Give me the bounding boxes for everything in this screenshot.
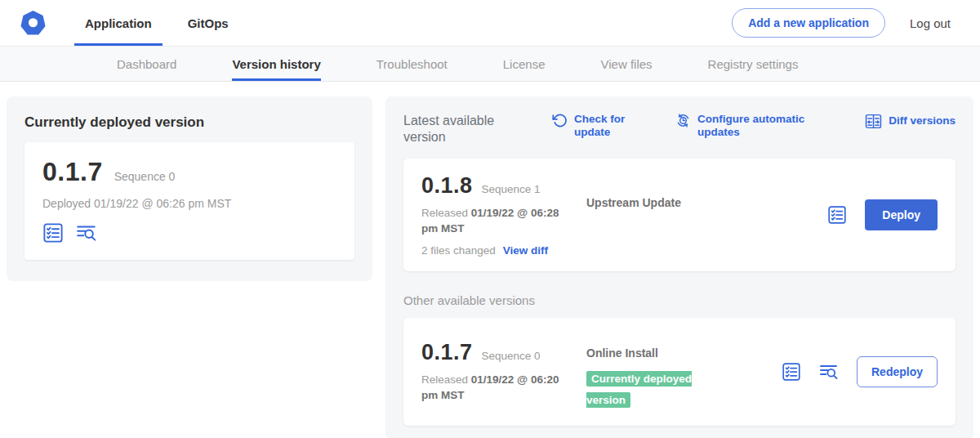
tab-license[interactable]: License: [503, 47, 546, 81]
currently-deployed-title: Currently deployed version: [24, 114, 354, 131]
version-card-middle: Upstream Update: [586, 173, 827, 257]
deploy-button[interactable]: Deploy: [865, 199, 938, 230]
config-checklist-icon[interactable]: [782, 362, 801, 382]
check-for-update-label: Check for update: [574, 113, 631, 140]
version-card-0-1-8: 0.1.8 Sequence 1 Released 01/19/22 @ 06:…: [403, 159, 956, 271]
sub-nav: Dashboard Version history Troubleshoot L…: [0, 47, 980, 82]
deployed-timestamp: Deployed 01/19/22 @ 06:26 pm MST: [42, 197, 336, 210]
released-prefix: Released: [421, 373, 468, 386]
admin-console-page: Application GitOps Add a new application…: [0, 0, 980, 438]
currently-deployed-panel: Currently deployed version 0.1.7 Sequenc…: [7, 96, 372, 281]
tab-version-history-label: Version history: [232, 57, 320, 71]
config-checklist-icon[interactable]: [42, 222, 64, 244]
tab-license-label: License: [503, 57, 546, 71]
app-logo-icon: [20, 10, 47, 37]
deployed-sequence: Sequence 0: [114, 170, 176, 183]
logout-link[interactable]: Log out: [910, 16, 951, 30]
add-new-application-button[interactable]: Add a new application: [732, 8, 885, 38]
diff-columns-icon: [865, 113, 882, 130]
version-card-middle: Online Install Currently deployed versio…: [586, 333, 782, 411]
version-sequence: Sequence 1: [482, 183, 541, 195]
released-timestamp: Released 01/19/22 @ 06:28 pm MST: [421, 206, 570, 237]
released-timestamp: Released 01/19/22 @ 06:20 pm MST: [421, 373, 570, 404]
diff-versions-link[interactable]: Diff versions: [865, 113, 956, 130]
latest-available-header: Latest available version Check for updat…: [399, 113, 960, 145]
deploy-logs-icon[interactable]: [819, 362, 839, 382]
version-source: Online Install: [586, 346, 658, 360]
version-card-actions: Deploy: [827, 199, 938, 230]
configure-automatic-updates-label: Configure automatic updates: [697, 113, 828, 140]
version-card-left: 0.1.8 Sequence 1 Released 01/19/22 @ 06:…: [421, 173, 586, 257]
currently-deployed-badge: Currently deployed version: [586, 371, 692, 408]
view-diff-link[interactable]: View diff: [503, 244, 548, 257]
deployed-version-card: 0.1.7 Sequence 0 Deployed 01/19/22 @ 06:…: [24, 142, 354, 260]
tab-registry-settings[interactable]: Registry settings: [708, 47, 799, 81]
redeploy-button[interactable]: Redeploy: [857, 356, 938, 387]
tab-application[interactable]: Application: [74, 0, 163, 46]
deployed-version-number: 0.1.7: [42, 157, 103, 187]
files-changed-row: 2 files changed View diff: [421, 244, 586, 257]
version-card-0-1-7: 0.1.7 Sequence 0 Released 01/19/22 @ 06:…: [403, 318, 956, 426]
version-card-actions: Redeploy: [782, 356, 938, 387]
deployed-actions: [42, 222, 336, 244]
tab-gitops-label: GitOps: [188, 16, 229, 30]
version-number: 0.1.7: [421, 340, 473, 365]
version-number: 0.1.8: [421, 173, 473, 199]
latest-available-title: Latest available version: [403, 113, 534, 145]
top-nav-tabs: Application GitOps: [74, 0, 254, 46]
config-checklist-icon[interactable]: [827, 205, 847, 225]
tab-troubleshoot-label: Troubleshoot: [376, 57, 448, 71]
tab-gitops[interactable]: GitOps: [177, 0, 239, 46]
tab-dashboard[interactable]: Dashboard: [117, 47, 176, 81]
main-content: Currently deployed version 0.1.7 Sequenc…: [0, 82, 980, 438]
refresh-icon: [552, 113, 568, 128]
configure-automatic-updates-link[interactable]: Configure automatic updates: [675, 113, 828, 140]
tab-registry-settings-label: Registry settings: [708, 57, 799, 71]
diff-versions-label: Diff versions: [889, 114, 956, 127]
version-source: Upstream Update: [586, 196, 681, 209]
tab-version-history[interactable]: Version history: [232, 47, 320, 81]
tab-application-label: Application: [85, 16, 152, 30]
tab-dashboard-label: Dashboard: [117, 57, 176, 71]
version-card-left: 0.1.7 Sequence 0 Released 01/19/22 @ 06:…: [421, 340, 586, 404]
auto-update-clock-icon: [675, 113, 691, 128]
released-prefix: Released: [421, 207, 468, 219]
deployed-version-row: 0.1.7 Sequence 0: [42, 157, 336, 187]
version-sequence: Sequence 0: [482, 350, 541, 362]
deploy-logs-icon[interactable]: [76, 222, 97, 244]
tab-view-files-label: View files: [600, 57, 652, 71]
version-history-panel: Latest available version Check for updat…: [385, 96, 973, 438]
tab-view-files[interactable]: View files: [600, 47, 652, 81]
deployed-badge-wrap: Currently deployed version: [586, 368, 727, 411]
tab-troubleshoot[interactable]: Troubleshoot: [376, 47, 448, 81]
files-changed-count: 2 files changed: [421, 244, 496, 257]
check-for-update-link[interactable]: Check for update: [552, 113, 631, 140]
top-nav: Application GitOps Add a new application…: [0, 0, 980, 47]
other-available-versions-title: Other available versions: [403, 293, 956, 307]
